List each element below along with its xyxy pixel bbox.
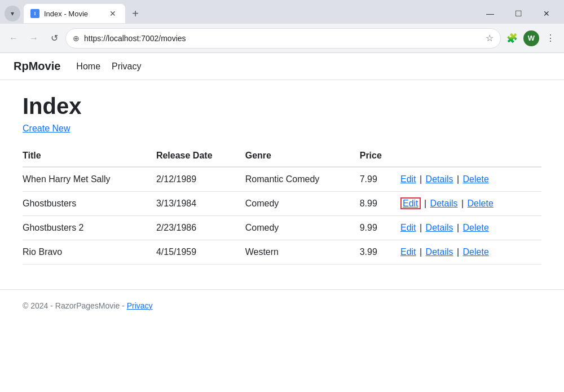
cell-genre: Comedy [245, 192, 360, 216]
details-link[interactable]: Details [430, 199, 458, 208]
menu-icon: ⋮ [546, 33, 555, 43]
nav-link-privacy[interactable]: Privacy [112, 61, 141, 72]
extensions-button[interactable]: 🧩 [503, 29, 521, 47]
edit-link[interactable]: Edit [400, 247, 416, 257]
create-new-link[interactable]: Create New [23, 124, 70, 134]
page-content: Index Create New Title Release Date Genr… [0, 80, 564, 278]
delete-link[interactable]: Delete [463, 247, 489, 257]
reload-icon: ↺ [51, 33, 58, 43]
separator: | [417, 247, 425, 257]
cell-actions: Edit | Details | Delete [400, 216, 541, 240]
cell-genre: Western [245, 240, 360, 265]
back-button[interactable]: ← [5, 29, 23, 47]
separator: | [417, 223, 425, 232]
cell-release-date: 2/23/1986 [156, 216, 245, 240]
table-row: Ghostbusters 22/23/1986Comedy9.99Edit | … [23, 216, 541, 240]
nav-link-home[interactable]: Home [76, 61, 100, 72]
active-tab[interactable]: I Index - Movie ✕ [24, 4, 125, 23]
column-header-price: Price [360, 145, 400, 167]
edit-link[interactable]: Edit [400, 174, 416, 184]
cell-title: Rio Bravo [23, 240, 156, 265]
maximize-button[interactable]: ☐ [505, 5, 531, 23]
separator: | [417, 174, 425, 184]
address-bar[interactable]: ⊕ https://localhost:7002/movies ☆ [65, 28, 501, 49]
plus-icon: + [132, 7, 139, 20]
delete-link[interactable]: Delete [463, 223, 489, 232]
extensions-icon: 🧩 [506, 33, 518, 43]
user-avatar[interactable]: W [523, 30, 539, 46]
column-header-genre: Genre [245, 145, 360, 167]
cell-price: 8.99 [360, 192, 400, 216]
new-tab-button[interactable]: + [127, 6, 143, 21]
cell-release-date: 2/12/1989 [156, 167, 245, 192]
delete-link[interactable]: Delete [468, 199, 493, 208]
site-navigation: RpMovie Home Privacy [0, 53, 564, 80]
table-header-row: Title Release Date Genre Price [23, 145, 541, 167]
footer-privacy-link[interactable]: Privacy [127, 301, 153, 310]
edit-link[interactable]: Edit [400, 197, 421, 209]
cell-genre: Comedy [245, 216, 360, 240]
avatar-label: W [528, 34, 535, 42]
cell-release-date: 4/15/1959 [156, 240, 245, 265]
page-title: Index [23, 94, 541, 119]
details-link[interactable]: Details [426, 223, 453, 232]
tab-dropdown-button[interactable]: ▾ [5, 6, 20, 21]
cell-price: 3.99 [360, 240, 400, 265]
cell-actions: Edit | Details | Delete [400, 192, 541, 216]
site-brand-link[interactable]: RpMovie [14, 60, 60, 73]
tab-title: Index - Movie [44, 10, 103, 18]
cell-genre: Romantic Comedy [245, 167, 360, 192]
close-icon: ✕ [109, 9, 116, 18]
maximize-icon: ☐ [515, 9, 522, 18]
cell-price: 7.99 [360, 167, 400, 192]
cell-actions: Edit | Details | Delete [400, 167, 541, 192]
bookmark-icon[interactable]: ☆ [486, 33, 493, 43]
cell-actions: Edit | Details | Delete [400, 240, 541, 265]
movies-table: Title Release Date Genre Price When Harr… [23, 145, 541, 265]
cell-title: Ghostbusters [23, 192, 156, 216]
window-close-button[interactable]: ✕ [534, 5, 559, 23]
security-icon: ⊕ [73, 34, 80, 43]
cell-title: When Harry Met Sally [23, 167, 156, 192]
delete-link[interactable]: Delete [463, 174, 489, 184]
window-close-icon: ✕ [543, 9, 550, 18]
url-display: https://localhost:7002/movies [84, 34, 481, 43]
minimize-button[interactable]: — [477, 5, 503, 23]
minimize-icon: — [486, 9, 494, 18]
cell-release-date: 3/13/1984 [156, 192, 245, 216]
back-icon: ← [9, 33, 18, 43]
forward-button[interactable]: → [25, 29, 43, 47]
menu-button[interactable]: ⋮ [541, 29, 559, 47]
footer-copyright: © 2024 - RazorPagesMovie - [23, 301, 127, 310]
column-header-release-date: Release Date [156, 145, 245, 167]
column-header-title: Title [23, 145, 156, 167]
edit-link[interactable]: Edit [400, 223, 416, 232]
separator: | [422, 199, 429, 208]
tab-favicon: I [30, 9, 39, 18]
site-footer: © 2024 - RazorPagesMovie - Privacy [0, 289, 564, 321]
dropdown-icon: ▾ [11, 10, 14, 17]
column-header-actions [400, 145, 541, 167]
details-link[interactable]: Details [426, 174, 453, 184]
forward-icon: → [29, 33, 38, 43]
reload-button[interactable]: ↺ [45, 29, 63, 47]
details-link[interactable]: Details [426, 247, 453, 257]
cell-title: Ghostbusters 2 [23, 216, 156, 240]
table-row: When Harry Met Sally2/12/1989Romantic Co… [23, 167, 541, 192]
cell-price: 9.99 [360, 216, 400, 240]
tab-close-button[interactable]: ✕ [107, 8, 118, 19]
table-row: Ghostbusters3/13/1984Comedy8.99Edit | De… [23, 192, 541, 216]
table-row: Rio Bravo4/15/1959Western3.99Edit | Deta… [23, 240, 541, 265]
